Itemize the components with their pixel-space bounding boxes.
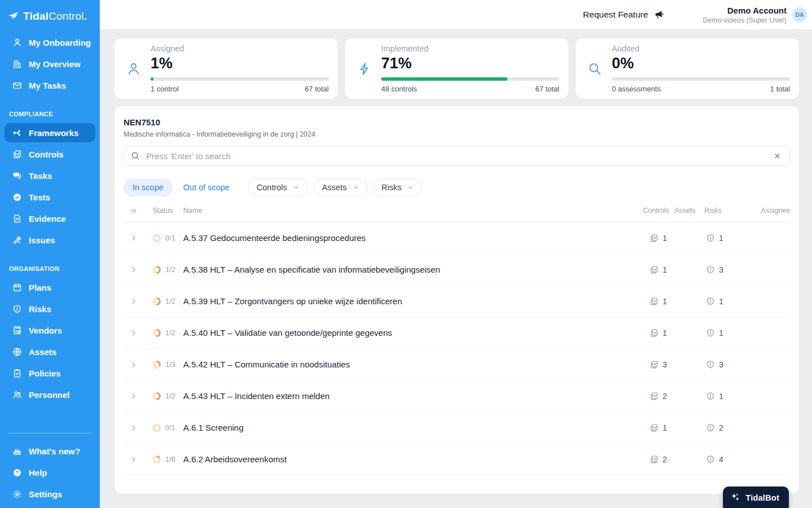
sidebar-item-risks[interactable]: Risks xyxy=(0,298,100,319)
filter-row: In scope Out of scope Controls Assets Ri… xyxy=(123,178,790,196)
filter-in-scope[interactable]: In scope xyxy=(123,178,173,196)
table-row[interactable]: 1/2 A.5.43 HLT – Incidenten extern melde… xyxy=(123,380,790,412)
sidebar-item-evidence[interactable]: Evidence xyxy=(0,208,100,229)
chevron-down-icon xyxy=(293,184,299,191)
filter-controls-dropdown[interactable]: Controls xyxy=(248,178,308,196)
row-name[interactable]: A.6.2 Arbeidsovereenkomst xyxy=(183,454,643,464)
sidebar-item-assets[interactable]: Assets xyxy=(0,341,100,362)
risks-count-value: 1 xyxy=(719,329,723,338)
status-fraction: 1/6 xyxy=(165,455,175,463)
sidebar-bottom: What's new? Help Settings xyxy=(0,425,100,508)
row-name[interactable]: A.5.43 HLT – Incidenten extern melden xyxy=(183,391,643,401)
sidebar-item-my-onboarding[interactable]: My Onboarding xyxy=(0,32,100,53)
column-header-assets: Assets xyxy=(674,207,704,214)
row-name[interactable]: A.5.42 HLT – Communicatie in noodsituati… xyxy=(183,360,643,369)
sidebar-item-issues[interactable]: Issues xyxy=(0,229,100,251)
sidebar-item-help[interactable]: Help xyxy=(0,462,100,483)
row-expand-chevron-icon[interactable] xyxy=(123,424,144,432)
row-expand-chevron-icon[interactable] xyxy=(123,297,144,305)
progress-bar xyxy=(381,77,559,81)
status-donut xyxy=(153,266,161,274)
sidebar-item-plans[interactable]: Plans xyxy=(0,277,100,298)
sidebar-item-my-overview[interactable]: My Overview xyxy=(0,53,100,75)
row-name[interactable]: A.5.37 Gedocumenteerde bedieningsprocedu… xyxy=(183,233,643,243)
sidebar-item-frameworks[interactable]: Frameworks xyxy=(5,123,95,142)
framework-panel: NEN7510 Medische informatica - Informati… xyxy=(114,106,799,494)
sidebar-item-tasks[interactable]: Tasks xyxy=(0,165,100,186)
table-row[interactable]: 1/2 A.5.40 HLT – Validatie van getoonde/… xyxy=(123,317,790,349)
table-row[interactable]: 1/2 A.5.39 HLT – Zorgontvangers op uniek… xyxy=(123,286,790,317)
document-icon xyxy=(12,214,22,224)
column-header-controls: Controls xyxy=(643,207,674,214)
stat-label: Assigned xyxy=(151,44,329,53)
row-name[interactable]: A.5.38 HLT – Analyse en specificatie van… xyxy=(183,265,643,274)
mail-icon xyxy=(12,81,22,90)
stat-card-assigned: Assigned 1% 1 control 67 total xyxy=(114,38,338,99)
search-input[interactable] xyxy=(145,151,767,161)
row-expand-chevron-icon[interactable] xyxy=(123,234,144,242)
row-expand-chevron-icon[interactable] xyxy=(123,392,144,400)
risks-count-value: 3 xyxy=(719,360,723,369)
brand-name: TidalControl. xyxy=(23,10,87,23)
filter-assets-dropdown[interactable]: Assets xyxy=(314,178,368,196)
table-row[interactable]: 1/3 A.5.42 HLT – Communicatie in noodsit… xyxy=(123,349,790,380)
tidalbot-label: TidalBot xyxy=(745,493,779,502)
row-expand-chevron-icon[interactable] xyxy=(123,266,144,274)
sidebar-nav-organisation: Plans Risks Vendors Assets Policies Pers… xyxy=(0,277,100,405)
account-text: Demo Account Demo-videos (Super User) xyxy=(703,6,787,24)
table-row[interactable]: 0/1 A.6.1 Screening 1 2 xyxy=(123,412,790,444)
sidebar: TidalControl. My Onboarding My Overview … xyxy=(0,0,100,508)
row-expand-chevron-icon[interactable] xyxy=(123,456,144,463)
sidebar-nav-bottom: What's new? Help Settings xyxy=(0,440,100,505)
account-menu[interactable]: Demo Account Demo-videos (Super User) DA xyxy=(703,6,807,24)
framework-subtitle: Medische informatica - Informatiebeveili… xyxy=(123,130,790,138)
row-expand-chevron-icon[interactable] xyxy=(123,329,144,337)
table-row[interactable]: 1/2 A.5.38 HLT – Analyse en specificatie… xyxy=(123,254,790,286)
sidebar-item-personnel[interactable]: Personnel xyxy=(0,384,100,405)
request-feature-button[interactable]: Request Feature xyxy=(580,9,668,21)
account-subtitle: Demo-videos (Super User) xyxy=(703,16,787,24)
filter-out-of-scope[interactable]: Out of scope xyxy=(178,178,235,196)
risk-count-icon xyxy=(706,234,715,243)
avatar[interactable]: DA xyxy=(792,7,807,22)
risk-count-icon xyxy=(706,455,715,464)
tools-icon xyxy=(12,235,22,245)
table-row[interactable]: 1/6 A.6.2 Arbeidsovereenkomst 2 4 xyxy=(123,444,790,475)
sidebar-item-tests[interactable]: Tests xyxy=(0,186,100,208)
table-row[interactable]: 0/1 A.5.37 Gedocumenteerde bedieningspro… xyxy=(123,222,790,254)
search-clear-button[interactable] xyxy=(772,151,783,161)
tidalbot-button[interactable]: TidalBot xyxy=(723,487,789,508)
sidebar-item-settings[interactable]: Settings xyxy=(0,483,100,505)
status-fraction: 1/2 xyxy=(165,329,175,337)
sidebar-nav-compliance: Frameworks Controls Tasks Tests Evidence… xyxy=(0,122,100,251)
sidebar-item-controls[interactable]: Controls xyxy=(0,143,100,165)
controls-count-icon xyxy=(650,265,659,274)
table-header: Status Name Controls Assets Risks Assign… xyxy=(123,207,790,222)
sidebar-item-what-s-new[interactable]: What's new? xyxy=(0,440,100,462)
person-lg-icon xyxy=(126,62,141,76)
brand-name-dot: . xyxy=(84,10,87,22)
brand-logo[interactable]: TidalControl. xyxy=(0,0,100,24)
sidebar-item-my-tasks[interactable]: My Tasks xyxy=(0,75,100,96)
row-controls-count: 2 xyxy=(643,392,674,401)
row-controls-count: 3 xyxy=(643,360,674,369)
filter-risks-dropdown[interactable]: Risks xyxy=(373,178,422,196)
risk-count-icon xyxy=(706,423,715,432)
user-icon xyxy=(12,38,22,47)
row-name[interactable]: A.5.39 HLT – Zorgontvangers op unieke wi… xyxy=(183,296,643,306)
copy-check-icon xyxy=(12,150,22,159)
sidebar-item-policies[interactable]: Policies xyxy=(0,362,100,384)
sidebar-item-vendors[interactable]: Vendors xyxy=(0,319,100,341)
section-title-organisation: ORGANISATION xyxy=(9,265,100,272)
row-controls-count: 2 xyxy=(643,455,674,464)
status-donut xyxy=(153,456,161,463)
controls-count-icon xyxy=(650,329,659,338)
risk-count-icon xyxy=(706,265,715,274)
chevrons-right-icon[interactable] xyxy=(123,207,144,214)
row-controls-count: 1 xyxy=(643,297,674,306)
row-expand-chevron-icon[interactable] xyxy=(123,361,144,369)
chevron-down-icon xyxy=(352,184,359,191)
table-body: 0/1 A.5.37 Gedocumenteerde bedieningspro… xyxy=(123,222,790,475)
row-name[interactable]: A.6.1 Screening xyxy=(183,423,643,432)
row-name[interactable]: A.5.40 HLT – Validatie van getoonde/gepr… xyxy=(183,328,643,338)
